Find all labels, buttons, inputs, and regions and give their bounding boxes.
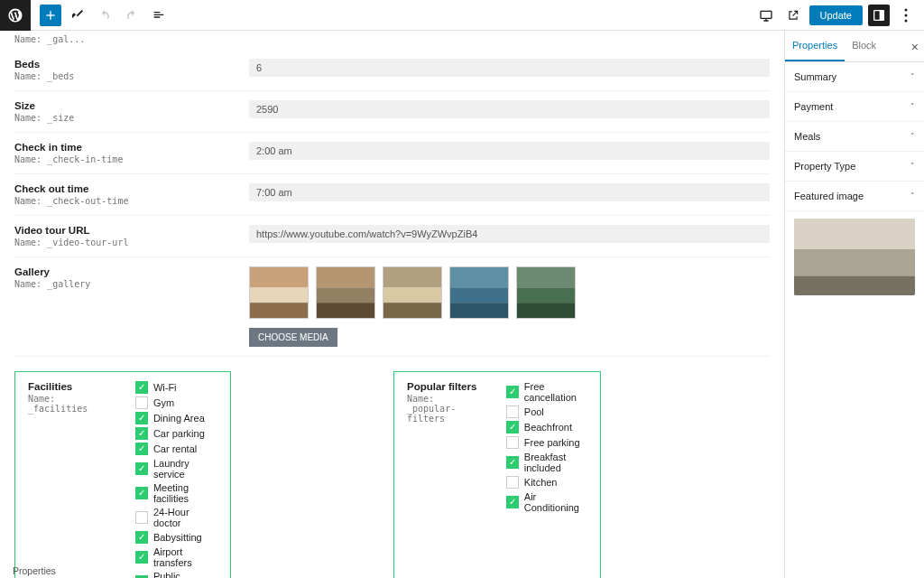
checkout-input[interactable] (249, 183, 770, 201)
checkbox-label: Dining Area (153, 413, 205, 424)
document-overview-icon[interactable] (148, 5, 170, 26)
checkbox-label: Meeting facilities (153, 482, 217, 504)
settings-panel-toggle[interactable] (868, 5, 890, 26)
sidebar-panels: Summary˅Payment˅Meals˅Property Type˅Feat… (785, 62, 924, 211)
sidebar-panel-toggle[interactable]: Meals˅ (785, 122, 924, 152)
close-sidebar-icon[interactable]: × (911, 40, 919, 54)
update-button[interactable]: Update (809, 5, 863, 25)
device-preview-icon[interactable] (755, 5, 777, 26)
checkin-input[interactable] (249, 142, 770, 160)
featured-image[interactable] (794, 219, 915, 295)
checkbox-item[interactable]: Free cancellation (506, 381, 587, 403)
checkbox-icon[interactable] (506, 456, 519, 469)
svg-rect-21 (794, 219, 915, 249)
checkbox-item[interactable]: Wi-Fi (135, 381, 217, 394)
checkbox-item[interactable]: Airport transfers (135, 546, 217, 568)
checkbox-item[interactable]: 24-Hour doctor (135, 507, 217, 528)
field-checkin: Check in time Name: _check-in-time (14, 133, 770, 174)
svg-rect-23 (794, 276, 915, 295)
svg-rect-2 (880, 10, 884, 20)
checkbox-icon[interactable] (135, 443, 148, 455)
checkbox-icon[interactable] (135, 462, 148, 475)
checkbox-label: Car rental (153, 443, 197, 454)
gallery-thumb[interactable] (249, 266, 309, 319)
beds-input[interactable] (249, 59, 770, 77)
checkbox-item[interactable]: Public computer (135, 571, 217, 578)
panel-label: Payment (794, 101, 833, 112)
checkbox-item[interactable]: Babysitting (135, 531, 217, 544)
add-block-button[interactable] (40, 5, 61, 26)
tools-icon[interactable] (67, 5, 88, 26)
gallery-thumb[interactable] (316, 266, 375, 319)
checkbox-label: Wi-Fi (153, 382, 177, 393)
chevron-up-icon: ˄ (910, 191, 915, 200)
checkbox-icon[interactable] (135, 551, 148, 564)
editor-content: Name: _gal... Beds Name: _beds Size Name… (0, 31, 784, 578)
external-link-icon[interactable] (782, 5, 804, 26)
field-size: Size Name: _size (14, 91, 770, 133)
checkbox-icon[interactable] (506, 476, 519, 489)
checkbox-icon[interactable] (135, 531, 148, 544)
gallery-thumb[interactable] (516, 266, 576, 319)
popular-filters-box: Popular filters Name: _popular-filters F… (393, 371, 601, 578)
wordpress-logo[interactable] (0, 0, 31, 31)
svg-rect-18 (517, 267, 575, 287)
checkbox-icon[interactable] (135, 381, 148, 394)
gallery-thumbs (249, 266, 770, 319)
sidebar-panel-toggle[interactable]: Featured image˄ (785, 182, 924, 211)
choose-media-button[interactable]: CHOOSE MEDIA (249, 328, 337, 347)
video-url-input[interactable] (249, 225, 770, 243)
redo-icon[interactable] (121, 5, 143, 26)
sidebar-panel-toggle[interactable]: Summary˅ (785, 62, 924, 92)
checkbox-item[interactable]: Pool (506, 406, 587, 418)
checkbox-item[interactable]: Car rental (135, 443, 217, 455)
checkbox-icon[interactable] (506, 436, 519, 449)
checkbox-icon[interactable] (506, 386, 519, 398)
checkbox-icon[interactable] (135, 427, 148, 440)
svg-rect-10 (317, 287, 374, 303)
checkbox-item[interactable]: Beachfront (506, 421, 587, 434)
checkbox-label: Babysitting (153, 532, 202, 543)
sidebar-tabs: Properties Block × (785, 31, 924, 62)
tab-properties[interactable]: Properties (785, 31, 845, 61)
checkbox-icon[interactable] (135, 396, 148, 409)
checkbox-item[interactable]: Gym (135, 396, 217, 409)
checkbox-item[interactable]: Laundry service (135, 458, 217, 480)
undo-icon[interactable] (94, 5, 116, 26)
checkbox-item[interactable]: Car parking (135, 427, 217, 440)
checkbox-label: Airport transfers (153, 546, 217, 568)
field-sub: Name: _check-in-time (14, 154, 249, 164)
size-input[interactable] (249, 100, 770, 118)
sidebar-panel-toggle[interactable]: Payment˅ (785, 92, 924, 122)
svg-rect-6 (250, 267, 308, 287)
gallery-thumb[interactable] (383, 266, 442, 319)
checkbox-item[interactable]: Kitchen (506, 476, 587, 489)
tab-block[interactable]: Block (845, 31, 883, 61)
more-options-icon[interactable] (895, 5, 917, 26)
field-checkout: Check out time Name: _check-out-time (14, 174, 770, 216)
checkbox-item[interactable]: Dining Area (135, 412, 217, 424)
field-label: Check out time (14, 183, 249, 194)
svg-rect-9 (317, 267, 374, 287)
editor-top-bar: Update (0, 0, 924, 31)
gallery-thumb[interactable] (449, 266, 509, 319)
chevron-down-icon: ˅ (910, 72, 915, 81)
field-label: Check in time (14, 142, 249, 153)
checkbox-icon[interactable] (135, 487, 148, 499)
panel-label: Meals (794, 131, 820, 142)
checkbox-item[interactable]: Meeting facilities (135, 482, 217, 504)
sidebar-panel-toggle[interactable]: Property Type˅ (785, 152, 924, 182)
checkbox-item[interactable]: Free parking (506, 436, 587, 449)
checkbox-icon[interactable] (135, 412, 148, 424)
footer-breadcrumb: Properties (13, 565, 56, 576)
checkbox-item[interactable]: Breakfast included (506, 452, 587, 473)
checkbox-label: Gym (153, 397, 174, 408)
checkbox-item[interactable]: Air Conditioning (506, 491, 587, 513)
popular-filters-title: Popular filters (407, 381, 488, 392)
checkbox-icon[interactable] (506, 421, 519, 434)
checkbox-label: Car parking (153, 428, 205, 439)
svg-rect-13 (383, 287, 441, 303)
checkbox-icon[interactable] (506, 406, 519, 418)
checkbox-icon[interactable] (506, 496, 519, 508)
checkbox-icon[interactable] (135, 511, 148, 524)
